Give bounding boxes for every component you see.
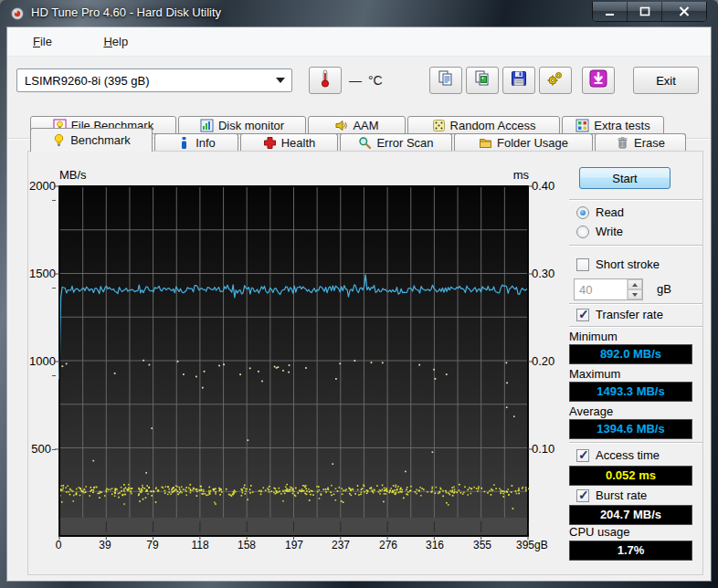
maximum-label: Maximum [569,367,620,381]
temperature-readout: —°C [349,73,383,88]
short-stroke-size-value: 40 [575,279,627,299]
right-axis-unit: ms [504,168,529,182]
tab-label: Benchmark [70,133,131,147]
section-divider [569,326,702,328]
access-time-checkbox[interactable] [576,449,589,462]
tab-disk-monitor[interactable]: Disk monitor [178,116,306,134]
start-button[interactable]: Start [579,167,670,189]
y-right-tick: 0.30 [532,267,554,280]
copy-text-button[interactable] [429,67,462,94]
tab-aam[interactable]: AAM [308,116,406,134]
save-button[interactable] [502,67,535,94]
title-bar[interactable]: HD Tune Pro 4.60 - Hard Disk Utility [0,0,718,27]
drive-select-dropdown[interactable]: LSIMR9260-8i (395 gB) [16,68,292,92]
write-radio[interactable] [576,226,589,238]
menu-file[interactable]: File [33,35,52,48]
burst-rate-checkbox[interactable] [576,489,589,502]
y-left-tick: 500 [28,442,56,456]
tab-extra-tests[interactable]: Extra tests [562,116,664,134]
tab-info[interactable]: Info [154,133,238,152]
short-stroke-unit: gB [657,282,671,296]
access-time-label: Access time [596,448,660,462]
extra-tests-icon [575,119,589,132]
random-access-icon [432,119,446,132]
section-divider [569,303,702,305]
download-arrow-icon [588,68,608,92]
close-button[interactable] [662,2,706,21]
spinner-down-button[interactable] [628,289,642,299]
options-button[interactable] [539,67,572,94]
exit-button[interactable]: Exit [633,67,699,94]
disk-monitor-icon [200,119,214,132]
menu-bar: File Help [7,27,711,57]
tab-label: Info [195,136,216,150]
section-divider [569,442,702,444]
x-tick: 118 [178,539,222,551]
read-label: Read [596,205,624,219]
cpu-usage-label: CPU usage [569,525,629,539]
y-left-tick: 1500 [28,267,56,294]
transfer-rate-checkbox[interactable] [576,309,589,321]
benchmark-icon [52,133,66,147]
toolbar: LSIMR9260-8i (395 gB) —°C [7,57,711,109]
update-button[interactable] [582,67,615,94]
short-stroke-size-field[interactable]: 40 [574,278,643,300]
tab-folder-usage[interactable]: Folder Usage [454,133,593,152]
tab-error-scan[interactable]: Error Scan [340,133,452,152]
x-tick: 276 [366,539,410,551]
app-window: HD Tune Pro 4.60 - Hard Disk Utility Fil… [0,0,718,588]
x-tick: 316 [413,539,457,551]
read-radio-row[interactable]: Read [576,205,624,219]
save-icon [510,69,528,91]
folder-usage-icon [479,136,492,150]
access-time-row[interactable]: Access time [576,448,660,462]
average-value: 1394.6 MB/s [569,419,692,439]
section-divider [569,199,702,201]
menu-help[interactable]: Help [103,35,128,48]
client-area: File Help LSIMR9260-8i (395 gB) —°C [7,27,711,581]
copy-text-icon [437,69,455,91]
info-icon [177,136,191,150]
minimum-value: 892.0 MB/s [569,344,692,364]
write-radio-row[interactable]: Write [576,225,623,238]
short-stroke-checkbox[interactable] [576,258,589,271]
tab-label: Erase [634,136,665,150]
error-scan-icon [358,136,372,150]
minimize-button[interactable] [593,2,628,21]
x-tick: 395gB [516,539,558,551]
spinner-up-button[interactable] [628,279,642,289]
tab-health[interactable]: Health [240,133,338,152]
short-stroke-row[interactable]: Short stroke [576,257,660,271]
transfer-rate-row[interactable]: Transfer rate [576,308,663,321]
chevron-down-icon [269,69,291,91]
left-axis-unit: MB/s [59,168,87,182]
tab-label: Folder Usage [497,136,568,150]
health-icon [263,136,277,150]
copy-image-button[interactable] [466,67,499,94]
maximize-button[interactable] [628,2,662,21]
tab-erase[interactable]: Erase [595,133,686,152]
window-controls [592,2,707,22]
tab-random-access[interactable]: Random Access [407,116,560,134]
tab-row-primary: Benchmark Info Health [30,133,686,152]
tab-benchmark[interactable]: Benchmark [30,128,153,152]
y-right-tick: 0.10 [532,442,554,456]
transfer-rate-label: Transfer rate [596,308,663,321]
burst-rate-label: Burst rate [596,488,647,502]
window-title: HD Tune Pro 4.60 - Hard Disk Utility [31,5,221,19]
temperature-button[interactable] [309,67,342,94]
cpu-usage-value: 1.7% [569,541,692,561]
access-time-value: 0.052 ms [569,466,692,486]
maximum-value: 1493.3 MB/s [569,382,692,402]
read-radio[interactable] [576,206,589,219]
x-tick: 0 [37,539,80,551]
thermometer-icon [318,68,333,92]
section-divider [569,245,702,247]
temperature-value: — [349,73,362,88]
benchmark-panel: MB/s ms 2000 1500 1000 500 0.40 0.30 0.2… [27,151,703,575]
app-icon [10,6,25,21]
y-left-tick: 1000 [28,354,56,382]
erase-icon [616,136,629,150]
burst-rate-row[interactable]: Burst rate [576,488,647,502]
tab-label: Error Scan [376,136,433,150]
